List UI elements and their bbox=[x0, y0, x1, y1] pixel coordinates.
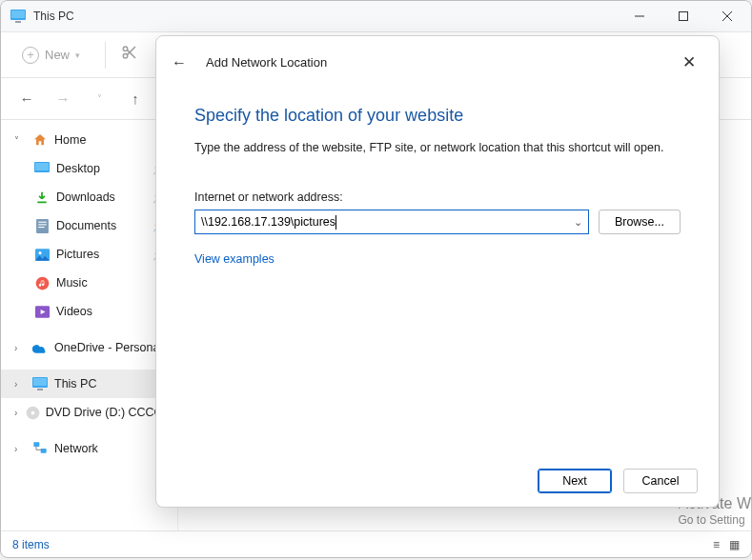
sidebar-item-label: DVD Drive (D:) CCCOMA_X64FRE_EN-US_DV9 bbox=[46, 406, 170, 419]
status-items: 8 items bbox=[12, 538, 50, 551]
toolbar-divider bbox=[105, 42, 106, 69]
svg-rect-15 bbox=[35, 163, 49, 170]
chevron-right-icon: › bbox=[14, 408, 20, 418]
nav-back-button[interactable]: ← bbox=[10, 83, 43, 115]
sidebar-item-home[interactable]: ˅ Home bbox=[1, 126, 177, 154]
address-value: \\192.168.17.139\pictures bbox=[201, 215, 335, 229]
home-icon bbox=[31, 132, 49, 148]
this-pc-icon bbox=[10, 10, 26, 23]
svg-rect-1 bbox=[11, 10, 25, 18]
svg-point-21 bbox=[38, 251, 41, 254]
text-cursor bbox=[335, 215, 336, 230]
svg-rect-29 bbox=[33, 442, 39, 447]
videos-icon bbox=[33, 306, 51, 318]
desktop-icon bbox=[33, 162, 51, 175]
browse-button[interactable]: Browse... bbox=[599, 210, 681, 234]
dialog-heading: Specify the location of your website bbox=[194, 106, 681, 126]
dialog-body: Specify the location of your website Typ… bbox=[156, 89, 719, 455]
svg-rect-25 bbox=[33, 378, 47, 386]
nav-forward-button[interactable]: → bbox=[47, 83, 79, 115]
disc-icon bbox=[26, 406, 40, 420]
nav-recent-button[interactable]: ˅ bbox=[83, 83, 115, 115]
svg-rect-2 bbox=[15, 21, 21, 23]
chevron-down-icon: ▾ bbox=[75, 50, 80, 60]
svg-rect-4 bbox=[680, 12, 688, 21]
chevron-down-icon: ˅ bbox=[14, 135, 26, 146]
view-examples-link[interactable]: View examples bbox=[194, 252, 274, 266]
thumbnails-view-button[interactable]: ▦ bbox=[729, 538, 740, 551]
dialog-title: Add Network Location bbox=[206, 55, 327, 70]
chevron-right-icon: › bbox=[14, 379, 26, 390]
dialog-footer: Next Cancel bbox=[156, 455, 719, 507]
close-icon[interactable]: ✕ bbox=[675, 49, 703, 77]
dialog-description: Type the address of the website, FTP sit… bbox=[194, 141, 681, 154]
sidebar-item-label: Music bbox=[56, 276, 88, 290]
sidebar-item-music[interactable]: Music bbox=[1, 269, 177, 297]
sidebar-item-label: This PC bbox=[54, 377, 96, 390]
new-button[interactable]: + New ▾ bbox=[12, 41, 90, 70]
add-network-location-dialog: ← Add Network Location ✕ Specify the loc… bbox=[155, 35, 720, 508]
cloud-icon bbox=[31, 342, 49, 353]
svg-rect-30 bbox=[41, 449, 47, 453]
svg-point-28 bbox=[30, 410, 34, 414]
sidebar-item-onedrive[interactable]: › OneDrive - Personal bbox=[1, 333, 177, 362]
svg-point-22 bbox=[35, 276, 49, 290]
svg-rect-19 bbox=[38, 227, 44, 228]
music-icon bbox=[33, 276, 51, 290]
details-view-button[interactable]: ≡ bbox=[713, 538, 720, 551]
sidebar-item-label: Network bbox=[54, 442, 98, 455]
new-label: New bbox=[45, 48, 70, 62]
back-button[interactable]: ← bbox=[172, 54, 198, 71]
titlebar: This PC bbox=[1, 1, 751, 32]
pictures-icon bbox=[33, 249, 51, 261]
sidebar: ˅ Home Desktop 📌 Downloads 📌 Documents 📌 bbox=[1, 120, 178, 530]
window-title: This PC bbox=[33, 10, 74, 23]
document-icon bbox=[33, 219, 51, 233]
network-icon bbox=[31, 442, 49, 455]
sidebar-item-label: Downloads bbox=[56, 190, 115, 204]
sidebar-item-pictures[interactable]: Pictures 📌 bbox=[1, 240, 177, 269]
svg-rect-26 bbox=[37, 389, 43, 390]
this-pc-icon bbox=[31, 377, 49, 390]
nav-up-button[interactable]: ↑ bbox=[119, 83, 152, 115]
sidebar-item-dvd[interactable]: › DVD Drive (D:) CCCOMA_X64FRE_EN-US_DV9 bbox=[1, 398, 177, 427]
chevron-right-icon: › bbox=[14, 444, 26, 454]
sidebar-item-downloads[interactable]: Downloads 📌 bbox=[1, 183, 177, 211]
plus-icon: + bbox=[22, 47, 39, 64]
address-input[interactable]: \\192.168.17.139\pictures ⌄ bbox=[194, 210, 589, 234]
sidebar-item-thispc[interactable]: › This PC bbox=[1, 370, 177, 398]
sidebar-item-label: Pictures bbox=[56, 248, 99, 261]
chevron-down-icon[interactable]: ⌄ bbox=[574, 216, 582, 229]
chevron-right-icon: › bbox=[14, 343, 26, 353]
statusbar: 8 items ≡ ▦ bbox=[1, 530, 751, 557]
minimize-button[interactable] bbox=[618, 2, 661, 31]
maximize-button[interactable] bbox=[661, 2, 705, 31]
sidebar-item-videos[interactable]: Videos bbox=[1, 297, 177, 326]
address-field-label: Internet or network address: bbox=[194, 190, 681, 204]
close-button[interactable] bbox=[705, 2, 749, 31]
sidebar-item-documents[interactable]: Documents 📌 bbox=[1, 211, 177, 240]
sidebar-item-label: Desktop bbox=[56, 162, 100, 175]
cut-button[interactable] bbox=[121, 44, 138, 66]
svg-rect-18 bbox=[38, 224, 47, 225]
dialog-header: ← Add Network Location ✕ bbox=[156, 36, 719, 89]
sidebar-item-label: Documents bbox=[56, 219, 116, 232]
sidebar-item-label: OneDrive - Personal bbox=[54, 341, 162, 354]
cancel-button[interactable]: Cancel bbox=[623, 469, 698, 493]
sidebar-item-network[interactable]: › Network bbox=[1, 434, 177, 463]
svg-rect-17 bbox=[38, 221, 47, 222]
next-button[interactable]: Next bbox=[538, 469, 612, 493]
sidebar-item-label: Home bbox=[54, 133, 86, 147]
svg-rect-16 bbox=[36, 219, 49, 233]
sidebar-item-label: Videos bbox=[56, 305, 92, 318]
download-icon bbox=[33, 190, 51, 204]
sidebar-item-desktop[interactable]: Desktop 📌 bbox=[1, 154, 177, 183]
